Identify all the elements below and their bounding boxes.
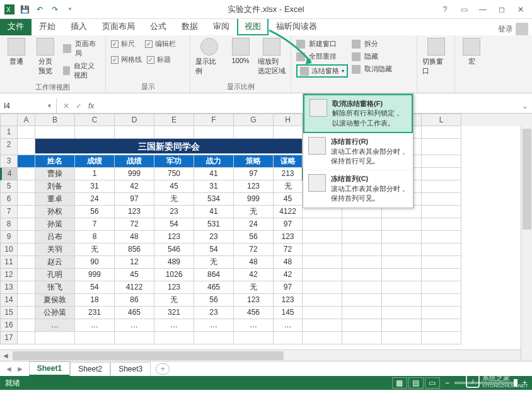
arrange-all-button[interactable]: 全部重排 xyxy=(296,52,348,61)
cell[interactable]: 公孙策 xyxy=(35,307,75,319)
ribbon-options-icon[interactable]: ▭ xyxy=(455,2,473,17)
cell[interactable] xyxy=(382,332,422,344)
cell[interactable]: 123 xyxy=(154,281,194,294)
cell[interactable] xyxy=(115,126,154,139)
tab-formula[interactable]: 公式 xyxy=(142,18,174,35)
cell[interactable] xyxy=(422,231,461,243)
cell[interactable]: 孔明 xyxy=(35,269,75,281)
cell[interactable]: 465 xyxy=(194,281,234,294)
cell[interactable]: 72 xyxy=(274,243,303,256)
cell[interactable]: 无 xyxy=(75,243,115,256)
row-header[interactable]: 2 xyxy=(0,139,18,155)
cell[interactable] xyxy=(18,231,35,243)
cell[interactable] xyxy=(342,218,382,231)
select-all-corner[interactable] xyxy=(0,114,18,126)
cell[interactable]: 无 xyxy=(154,193,194,206)
cell[interactable]: 赵云 xyxy=(35,256,75,269)
cancel-formula-icon[interactable]: ✕ xyxy=(63,102,69,110)
cell[interactable]: 45 xyxy=(274,193,303,206)
cell[interactable] xyxy=(342,269,382,281)
row-header[interactable]: 3 xyxy=(0,155,18,168)
unhide-button[interactable]: 取消隐藏 xyxy=(352,64,392,74)
sheet-tab-2[interactable]: Sheet2 xyxy=(70,362,110,375)
cell[interactable]: 关羽 xyxy=(35,243,75,256)
cell[interactable] xyxy=(18,307,35,319)
cell[interactable] xyxy=(18,139,35,155)
cell[interactable] xyxy=(422,126,461,139)
cell[interactable] xyxy=(18,319,35,332)
cell[interactable]: 41 xyxy=(194,206,234,218)
cell[interactable]: 97 xyxy=(115,193,154,206)
cell[interactable] xyxy=(18,180,35,193)
cell[interactable]: 750 xyxy=(154,168,194,180)
hide-button[interactable]: 隐藏 xyxy=(352,52,392,61)
cell[interactable] xyxy=(422,168,461,180)
cell[interactable]: 86 xyxy=(115,294,154,307)
cell[interactable]: 48 xyxy=(115,231,154,243)
cell[interactable] xyxy=(303,218,342,231)
hscroll-track[interactable] xyxy=(11,351,521,360)
cell[interactable]: 夏侯敦 xyxy=(35,294,75,307)
cell[interactable] xyxy=(422,332,461,344)
cell[interactable] xyxy=(342,243,382,256)
cell[interactable]: 张飞 xyxy=(35,281,75,294)
cell[interactable] xyxy=(303,319,342,332)
cell[interactable] xyxy=(422,256,461,269)
row-header[interactable]: 1 xyxy=(0,126,18,139)
cell[interactable]: 123 xyxy=(234,180,274,193)
cell[interactable]: 864 xyxy=(194,269,234,281)
name-box-dropdown-icon[interactable]: ▼ xyxy=(47,103,52,109)
cell[interactable]: 曹操 xyxy=(35,168,75,180)
cell[interactable] xyxy=(382,281,422,294)
cell[interactable]: 56 xyxy=(75,206,115,218)
cell[interactable] xyxy=(35,332,75,344)
cell[interactable]: 23 xyxy=(194,307,234,319)
freeze-panes-button[interactable]: 冻结窗格▾ xyxy=(296,64,348,78)
cell[interactable]: 42 xyxy=(115,180,154,193)
cell[interactable] xyxy=(422,206,461,218)
cell[interactable] xyxy=(303,294,342,307)
minimize-icon[interactable]: — xyxy=(474,2,492,17)
headings-checkbox[interactable]: ✓标题 xyxy=(147,55,171,64)
cell[interactable]: 孙权 xyxy=(35,206,75,218)
cell[interactable] xyxy=(18,218,35,231)
cell[interactable] xyxy=(342,281,382,294)
undo-icon[interactable]: ↶ xyxy=(34,4,45,15)
merged-title-cell[interactable]: 三国新委同学会 xyxy=(35,139,303,154)
cell[interactable]: 45 xyxy=(154,180,194,193)
row-header[interactable]: 9 xyxy=(0,231,18,243)
cell[interactable]: … xyxy=(115,319,154,332)
row-header[interactable]: 12 xyxy=(0,269,18,281)
row-header[interactable]: 7 xyxy=(0,206,18,218)
close-icon[interactable]: ✕ xyxy=(512,2,529,17)
col-header-G[interactable]: G xyxy=(234,114,274,126)
cell[interactable]: … xyxy=(194,319,234,332)
row-header[interactable]: 17 xyxy=(0,332,18,344)
cell[interactable] xyxy=(303,256,342,269)
cell[interactable] xyxy=(342,332,382,344)
view-normal-icon[interactable]: ▦ xyxy=(392,377,407,389)
cell[interactable] xyxy=(18,269,35,281)
cell[interactable] xyxy=(18,256,35,269)
header-cell[interactable]: 战力 xyxy=(194,155,234,168)
cell[interactable] xyxy=(422,319,461,332)
cell[interactable]: 31 xyxy=(194,180,234,193)
redo-icon[interactable]: ↷ xyxy=(49,4,61,15)
new-window-button[interactable]: 新建窗口 xyxy=(296,39,348,49)
sign-in[interactable]: 登录 xyxy=(494,23,532,35)
cell[interactable]: 123 xyxy=(274,294,303,307)
cell[interactable] xyxy=(154,126,194,139)
col-header-A[interactable]: A xyxy=(18,114,35,126)
horizontal-scrollbar[interactable]: ◄ ► xyxy=(0,349,532,361)
cell[interactable] xyxy=(303,269,342,281)
qat-dropdown-icon[interactable]: ▼ xyxy=(64,4,76,15)
cell[interactable] xyxy=(194,332,234,344)
cell[interactable]: 97 xyxy=(234,168,274,180)
cell[interactable]: 123 xyxy=(154,231,194,243)
tab-page-layout[interactable]: 页面布局 xyxy=(95,18,142,35)
cell[interactable] xyxy=(422,269,461,281)
cell[interactable] xyxy=(18,193,35,206)
header-cell[interactable]: 成绩 xyxy=(75,155,115,168)
cell[interactable]: … xyxy=(75,319,115,332)
cell[interactable]: 吕布 xyxy=(35,231,75,243)
